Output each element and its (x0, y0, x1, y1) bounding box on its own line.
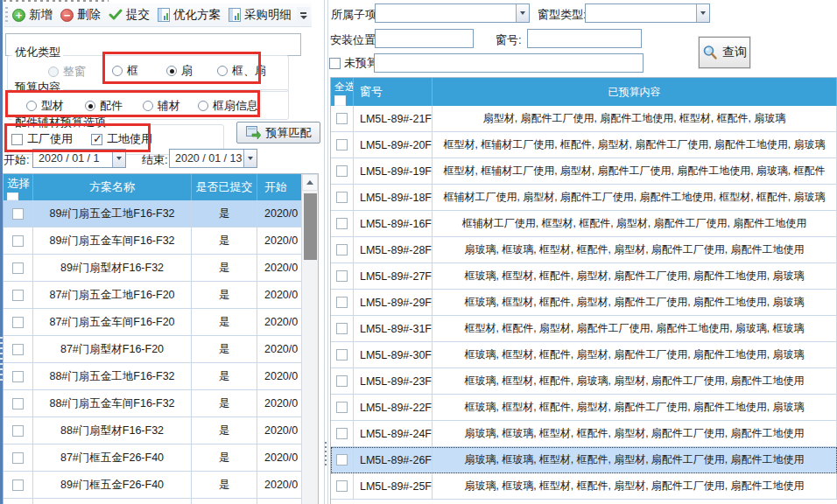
row-checkbox[interactable] (12, 235, 24, 247)
divider-grip-icon[interactable] (325, 442, 327, 466)
submit-button[interactable]: 提交 (109, 7, 150, 23)
plan-row[interactable]: 89#门扇五金工地F16-F32 是 2020/0 (4, 200, 318, 228)
radio-sash[interactable]: 扇 (166, 63, 193, 79)
radio-icon[interactable] (112, 66, 123, 76)
radio-icon[interactable] (217, 66, 228, 76)
add-button[interactable]: + 新增 (12, 7, 53, 23)
radio-profile[interactable]: 型材 (26, 98, 64, 114)
radio-icon[interactable] (48, 66, 59, 77)
query-button[interactable]: 查询 (699, 37, 750, 68)
window-row[interactable]: LM5L-89#-30F28 框玻璃, 框型材, 框配件, 扇型材, 扇配件工厂… (331, 342, 837, 368)
window-row[interactable]: LM5L-89#-31F29 框型材, 框配件, 扇型材, 扇配件工厂使用, 扇… (331, 316, 837, 342)
radio-accessory[interactable]: 配件 (85, 98, 123, 114)
budget-match-button[interactable]: 预算匹配 (236, 122, 320, 144)
row-checkbox[interactable] (336, 270, 348, 282)
no-budget-input[interactable] (374, 53, 644, 73)
window-row[interactable]: LM5L-89#-27F25 框玻璃, 框型材, 框配件, 扇型材, 扇配件工厂… (331, 263, 837, 290)
row-checkbox[interactable] (336, 402, 348, 413)
end-date-dropdown-button[interactable] (243, 150, 257, 167)
plan-row[interactable]: 87#门扇五金工地F16-F20 是 2020/0 (4, 282, 318, 309)
window-type-combobox[interactable] (585, 4, 710, 23)
row-checkbox[interactable] (12, 344, 24, 355)
start-date-picker[interactable]: 2020 / 01 / 1 (32, 149, 126, 168)
budgeted-content-header[interactable]: 已预算内容 (433, 78, 837, 106)
row-checkbox[interactable] (12, 208, 24, 220)
row-checkbox[interactable] (12, 290, 24, 301)
sub-item-dropdown-button[interactable] (516, 4, 529, 22)
checkbox-site-use[interactable]: 工地使用 (91, 131, 152, 147)
radio-whole-window[interactable]: 整窗 (48, 64, 86, 80)
window-row[interactable]: LM5L-89#-24F22 扇玻璃, 框玻璃, 框型材, 框配件, 扇型材, … (331, 421, 837, 447)
window-row[interactable]: LM5L-89#-22F20 框玻璃, 框型材, 框配件, 扇型材, 扇配件工厂… (331, 395, 837, 421)
plan-row[interactable]: 88#门扇五金工地F16-F32 是 2020/0 (4, 363, 318, 390)
plan-row[interactable]: 88#门框五金F21-F40 是 2020/0 (4, 499, 318, 504)
plans-table-scrollbar[interactable] (301, 174, 318, 504)
window-row[interactable]: LM5L-89#-29F27 框玻璃, 框型材, 框配件, 扇型材, 扇配件工厂… (331, 290, 837, 316)
row-checkbox[interactable] (336, 323, 348, 334)
window-row[interactable]: LM5L-89#-28F26 扇玻璃, 框玻璃, 框型材, 框配件, 扇型材, … (331, 237, 837, 263)
toolbar-grip-icon[interactable] (5, 7, 8, 24)
scroll-up-button[interactable] (302, 174, 318, 191)
row-checkbox[interactable] (12, 480, 24, 491)
row-checkbox[interactable] (12, 317, 24, 328)
radio-icon[interactable] (26, 101, 37, 111)
row-checkbox[interactable] (336, 113, 348, 124)
row-checkbox[interactable] (336, 218, 348, 229)
row-checkbox[interactable] (12, 398, 24, 410)
row-checkbox[interactable] (336, 139, 348, 150)
radio-auxiliary[interactable]: 辅材 (143, 98, 180, 114)
window-row[interactable]: LM5L-89#-20F18 框型材, 框辅材工厂使用, 框配件, 扇型材, 扇… (331, 132, 837, 158)
radio-icon[interactable] (85, 101, 95, 111)
row-checkbox[interactable] (336, 428, 348, 439)
checkbox-factory-use[interactable]: 工厂使用 (11, 131, 73, 147)
row-checkbox[interactable] (336, 454, 348, 466)
row-checkbox[interactable] (336, 375, 348, 387)
window-row[interactable]: LM5L-89#-25F23 扇玻璃, 框玻璃, 框型材, 框配件, 扇型材, … (331, 473, 837, 500)
checkbox-icon[interactable] (91, 134, 102, 145)
window-row[interactable]: LM5L-89#-21F19 扇型材, 扇配件工厂使用, 扇配件工地使用, 框型… (331, 106, 837, 132)
window-row[interactable]: LM5L-89#-19F17 框型材, 框辅材工厂使用, 扇型材, 扇配件工厂使… (331, 158, 837, 185)
delete-button[interactable]: − 删除 (60, 7, 101, 23)
row-checkbox[interactable] (12, 371, 24, 382)
toolbar-overflow-button[interactable] (297, 7, 310, 24)
radio-icon[interactable] (198, 101, 208, 111)
plan-row[interactable]: 89#门框五金F26-F40 是 2020/0 (4, 472, 318, 499)
scrollbar-thumb[interactable] (304, 193, 317, 260)
start-date-dropdown-button[interactable] (112, 150, 125, 167)
window-row[interactable]: LM5L-89#-16F15 框辅材工厂使用, 框型材, 框配件, 扇型材, 扇… (331, 211, 837, 237)
radio-frame-sash[interactable]: 框、扇 (217, 63, 266, 79)
row-checkbox[interactable] (336, 244, 348, 256)
plan-row[interactable]: 89#门扇五金车间F16-F32 是 2020/0 (4, 228, 318, 255)
plan-row[interactable]: 87#门框五金F26-F40 是 2020/0 (4, 444, 318, 472)
row-checkbox[interactable] (336, 349, 348, 360)
select-all-checkbox[interactable] (7, 192, 18, 200)
radio-frame[interactable]: 框 (112, 63, 138, 79)
window-row[interactable]: LM5L-89#-26F24 扇玻璃, 框玻璃, 框型材, 框配件, 扇型材, … (331, 447, 837, 473)
window-type-dropdown-button[interactable] (696, 4, 709, 22)
row-checkbox[interactable] (336, 480, 348, 492)
row-checkbox[interactable] (336, 165, 348, 177)
radio-frame-sash-info[interactable]: 框扇信息 (198, 98, 258, 114)
plan-name-header[interactable]: 方案名称 (33, 174, 192, 200)
plan-row[interactable]: 88#门扇型材F16-F32 是 2020/0 (4, 417, 318, 444)
purchase-detail-button[interactable]: 采购明细 (229, 7, 304, 23)
window-row[interactable]: LM5L-89#-18F16 框辅材工厂使用, 扇型材, 扇配件工厂使用, 扇配… (331, 185, 837, 211)
row-checkbox[interactable] (336, 297, 348, 308)
window-number-input[interactable] (527, 29, 642, 48)
window-row[interactable]: LM5L-89#-23F21 框玻璃, 框型材, 框配件, 扇玻璃, 扇型材, … (331, 368, 837, 395)
optimize-plan-button[interactable]: 优化方案 (158, 7, 221, 23)
plan-row[interactable]: 89#门扇型材F16-F32 是 2020/0 (4, 255, 318, 282)
plan-row[interactable]: 87#门扇型材F16-F20 是 2020/0 (4, 336, 318, 363)
end-date-picker[interactable]: 2020 / 01 / 13 (169, 149, 257, 168)
row-checkbox[interactable] (12, 452, 24, 464)
install-position-input[interactable] (375, 29, 474, 48)
window-number-header[interactable]: 窗号 (354, 78, 433, 106)
row-checkbox[interactable] (12, 262, 24, 274)
sub-item-combobox[interactable] (375, 4, 530, 23)
no-budget-checkbox[interactable] (329, 58, 341, 69)
select-all-checkbox[interactable] (334, 95, 346, 106)
checkbox-icon[interactable] (11, 134, 23, 145)
row-checkbox[interactable] (336, 192, 348, 203)
plan-row[interactable]: 88#门扇五金车间F16-F32 是 2020/0 (4, 390, 318, 417)
radio-icon[interactable] (166, 66, 177, 76)
